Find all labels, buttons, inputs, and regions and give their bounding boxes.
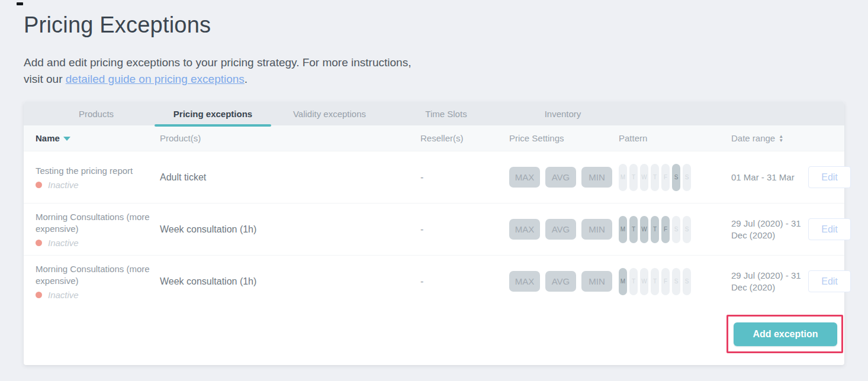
day-pill-5: S xyxy=(672,216,680,243)
product-cell: Week consultation (1h) xyxy=(160,276,420,287)
avg-badge: AVG xyxy=(545,219,576,240)
subtitle-line1: Add and edit pricing exceptions to your … xyxy=(24,56,411,69)
sort-both-icon: ▲▼ xyxy=(779,134,783,143)
pricing-guide-link[interactable]: detailed guide on pricing exceptions xyxy=(66,73,245,85)
day-pill-1: T xyxy=(629,216,638,243)
table-row: Testing the pricing report Inactive Adul… xyxy=(24,151,844,203)
day-pill-4: F xyxy=(661,216,670,243)
status-label: Inactive xyxy=(48,290,79,300)
header-products: Product(s) xyxy=(160,133,420,143)
header-date-range[interactable]: Date range ▲▼ xyxy=(731,133,808,143)
max-badge: MAX xyxy=(509,271,540,292)
table-row: Morning Consultations (more expensive) I… xyxy=(24,255,844,307)
reseller-cell: - xyxy=(420,172,509,183)
exception-name: Testing the pricing report xyxy=(36,165,154,177)
avg-badge: AVG xyxy=(545,271,576,292)
day-pill-6: S xyxy=(683,164,691,191)
price-settings-cell: MAX AVG MIN xyxy=(509,167,619,188)
day-pill-5: S xyxy=(672,164,680,191)
tab-pricing-exceptions[interactable]: Pricing exceptions xyxy=(155,102,271,125)
card-footer: Add exception xyxy=(24,307,844,364)
table-row: Morning Consultations (more expensive) I… xyxy=(24,203,844,255)
edit-button[interactable]: Edit xyxy=(808,166,851,188)
tab-validity-exceptions[interactable]: Validity exceptions xyxy=(271,102,388,125)
day-pill-4: F xyxy=(661,164,670,191)
day-pill-1: T xyxy=(629,268,638,295)
status-dot-icon xyxy=(36,292,42,298)
price-settings-cell: MAX AVG MIN xyxy=(509,271,619,292)
tab-products[interactable]: Products xyxy=(38,102,155,125)
avg-badge: AVG xyxy=(545,167,576,188)
header-name[interactable]: Name xyxy=(36,133,160,143)
min-badge: MIN xyxy=(581,167,612,188)
tab-time-slots[interactable]: Time Slots xyxy=(388,102,504,125)
header-price-settings: Price Settings xyxy=(509,133,619,143)
exception-name: Morning Consultations (more expensive) xyxy=(36,263,154,287)
header-resellers: Reseller(s) xyxy=(420,133,509,143)
status-dot-icon xyxy=(36,182,42,188)
day-pill-0: M xyxy=(619,268,627,295)
day-pill-6: S xyxy=(683,216,691,243)
reseller-cell: - xyxy=(420,224,509,235)
pricing-exceptions-card: Products Pricing exceptions Validity exc… xyxy=(24,102,844,365)
max-badge: MAX xyxy=(509,167,540,188)
min-badge: MIN xyxy=(581,271,612,292)
add-exception-button[interactable]: Add exception xyxy=(734,322,837,346)
price-settings-cell: MAX AVG MIN xyxy=(509,219,619,240)
day-pill-3: T xyxy=(651,268,659,295)
day-pill-0: M xyxy=(619,216,627,243)
status-line: Inactive xyxy=(36,180,154,190)
weekday-pattern: MTWTFSS xyxy=(619,216,731,243)
date-range-cell: 01 Mar - 31 Mar xyxy=(731,172,808,183)
day-pill-2: W xyxy=(640,268,648,295)
date-range-cell: 29 Jul (2020) - 31 Dec (2020) xyxy=(731,218,808,241)
weekday-pattern: MTWTFSS xyxy=(619,164,731,191)
status-label: Inactive xyxy=(48,238,79,248)
table-header-row: Name Product(s) Reseller(s) Price Settin… xyxy=(24,125,844,151)
status-label: Inactive xyxy=(48,180,79,190)
day-pill-6: S xyxy=(683,268,691,295)
status-line: Inactive xyxy=(36,238,154,248)
weekday-pattern: MTWTFSS xyxy=(619,268,731,295)
day-pill-3: T xyxy=(651,164,659,191)
page-subtitle: Add and edit pricing exceptions to your … xyxy=(24,54,411,88)
min-badge: MIN xyxy=(581,219,612,240)
top-left-mark xyxy=(17,2,23,5)
product-cell: Week consultation (1h) xyxy=(160,224,420,235)
date-range-cell: 29 Jul (2020) - 31 Dec (2020) xyxy=(731,270,808,293)
day-pill-1: T xyxy=(629,164,638,191)
day-pill-0: M xyxy=(619,164,627,191)
tab-bar: Products Pricing exceptions Validity exc… xyxy=(24,102,844,125)
header-pattern: Pattern xyxy=(619,133,731,143)
exception-name: Morning Consultations (more expensive) xyxy=(36,211,154,235)
day-pill-2: W xyxy=(640,164,648,191)
tab-inventory[interactable]: Inventory xyxy=(504,102,621,125)
subtitle-line2-prefix: visit our xyxy=(24,73,66,85)
product-cell: Adult ticket xyxy=(160,172,420,183)
day-pill-5: S xyxy=(672,268,680,295)
subtitle-line2-suffix: . xyxy=(245,73,247,85)
status-dot-icon xyxy=(36,240,42,246)
max-badge: MAX xyxy=(509,219,540,240)
day-pill-2: W xyxy=(640,216,648,243)
sort-caret-down-icon xyxy=(63,137,70,141)
reseller-cell: - xyxy=(420,276,509,287)
day-pill-3: T xyxy=(651,216,659,243)
day-pill-4: F xyxy=(661,268,670,295)
status-line: Inactive xyxy=(36,290,154,300)
edit-button[interactable]: Edit xyxy=(808,270,851,292)
page-title: Pricing Exceptions xyxy=(24,12,211,38)
edit-button[interactable]: Edit xyxy=(808,218,851,240)
